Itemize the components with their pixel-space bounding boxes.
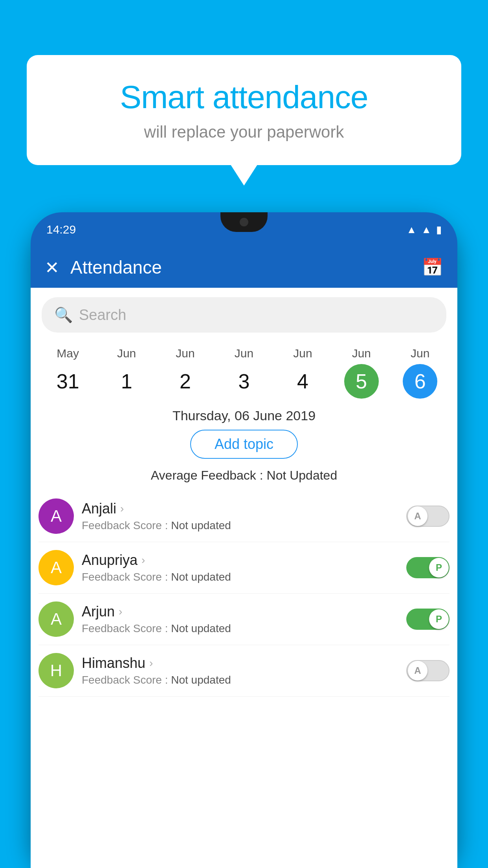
phone-frame: 14:29 ▲ ▲ ▮ ✕ Attendance 📅 🔍 Search May … bbox=[31, 212, 457, 868]
student-item: H Himanshu › Feedback Score : Not update… bbox=[39, 645, 449, 697]
speech-bubble-container: Smart attendance will replace your paper… bbox=[27, 55, 461, 165]
student-info: Anupriya › Feedback Score : Not updated bbox=[82, 552, 398, 583]
student-list: A Anjali › Feedback Score : Not updated … bbox=[31, 491, 457, 697]
search-icon: 🔍 bbox=[54, 306, 73, 324]
student-item: A Arjun › Feedback Score : Not updated P bbox=[39, 594, 449, 645]
date-item[interactable]: Jun 3 bbox=[215, 347, 273, 399]
avg-feedback-label: Average Feedback : bbox=[151, 468, 267, 482]
date-day[interactable]: 3 bbox=[227, 364, 261, 399]
chevron-right-icon: › bbox=[141, 554, 145, 566]
student-info: Himanshu › Feedback Score : Not updated bbox=[82, 655, 398, 686]
bubble-subtitle: will replace your paperwork bbox=[46, 123, 442, 142]
avg-feedback: Average Feedback : Not Updated bbox=[31, 468, 457, 483]
date-item[interactable]: Jun 1 bbox=[97, 347, 156, 399]
student-avatar: A bbox=[39, 550, 74, 585]
chevron-right-icon: › bbox=[149, 657, 153, 669]
screen-content: 🔍 Search May 31 Jun 1 Jun 2 Jun 3 Jun 4 … bbox=[31, 288, 457, 868]
date-month: Jun bbox=[293, 347, 312, 360]
student-name-row[interactable]: Himanshu › bbox=[82, 655, 398, 671]
date-month: Jun bbox=[235, 347, 253, 360]
date-day[interactable]: 2 bbox=[168, 364, 203, 399]
student-name: Himanshu bbox=[82, 655, 145, 671]
attendance-toggle[interactable]: A bbox=[406, 660, 449, 681]
feedback-score: Feedback Score : Not updated bbox=[82, 519, 398, 532]
selected-date: Thursday, 06 June 2019 bbox=[31, 408, 457, 423]
bubble-title: Smart attendance bbox=[46, 79, 442, 116]
date-month: Jun bbox=[117, 347, 136, 360]
student-name: Arjun bbox=[82, 603, 115, 620]
date-item[interactable]: Jun 2 bbox=[156, 347, 215, 399]
date-month: Jun bbox=[176, 347, 194, 360]
date-day[interactable]: 6 bbox=[403, 364, 437, 399]
close-button[interactable]: ✕ bbox=[45, 257, 59, 278]
date-day[interactable]: 1 bbox=[109, 364, 144, 399]
date-item[interactable]: May 31 bbox=[39, 347, 97, 399]
date-strip: May 31 Jun 1 Jun 2 Jun 3 Jun 4 Jun 5 Jun… bbox=[31, 340, 457, 399]
date-item[interactable]: Jun 6 bbox=[391, 347, 449, 399]
signal-icon: ▲ bbox=[421, 224, 431, 236]
chevron-right-icon: › bbox=[120, 502, 124, 515]
student-name-row[interactable]: Anupriya › bbox=[82, 552, 398, 568]
search-bar[interactable]: 🔍 Search bbox=[42, 297, 446, 333]
app-bar: ✕ Attendance 📅 bbox=[31, 247, 457, 288]
avg-feedback-value: Not Updated bbox=[267, 468, 338, 482]
calendar-icon[interactable]: 📅 bbox=[422, 257, 443, 278]
date-day[interactable]: 5 bbox=[344, 364, 379, 399]
student-info: Anjali › Feedback Score : Not updated bbox=[82, 500, 398, 532]
student-name-row[interactable]: Anjali › bbox=[82, 500, 398, 517]
student-name: Anjali bbox=[82, 500, 116, 517]
attendance-toggle[interactable]: P bbox=[406, 609, 449, 630]
date-day[interactable]: 4 bbox=[285, 364, 320, 399]
toggle-knob: A bbox=[408, 661, 427, 680]
search-input[interactable]: Search bbox=[79, 307, 126, 324]
student-avatar: A bbox=[39, 601, 74, 637]
date-month: Jun bbox=[411, 347, 429, 360]
attendance-toggle[interactable]: A bbox=[406, 506, 449, 527]
student-item: A Anupriya › Feedback Score : Not update… bbox=[39, 542, 449, 594]
student-name-row[interactable]: Arjun › bbox=[82, 603, 398, 620]
date-item[interactable]: Jun 4 bbox=[273, 347, 332, 399]
add-topic-button[interactable]: Add topic bbox=[190, 430, 298, 459]
toggle-knob: A bbox=[408, 506, 427, 526]
student-avatar: H bbox=[39, 653, 74, 688]
feedback-score: Feedback Score : Not updated bbox=[82, 571, 398, 583]
date-month: May bbox=[57, 347, 79, 360]
wifi-icon: ▲ bbox=[407, 224, 417, 236]
date-month: Jun bbox=[352, 347, 371, 360]
toggle-knob: P bbox=[429, 609, 449, 629]
feedback-score: Feedback Score : Not updated bbox=[82, 622, 398, 635]
app-bar-title: Attendance bbox=[70, 257, 411, 278]
date-day[interactable]: 31 bbox=[51, 364, 85, 399]
status-bar: 14:29 ▲ ▲ ▮ bbox=[31, 212, 457, 247]
toggle-knob: P bbox=[429, 558, 449, 577]
student-name: Anupriya bbox=[82, 552, 138, 568]
status-time: 14:29 bbox=[46, 223, 76, 236]
battery-icon: ▮ bbox=[436, 224, 442, 236]
student-item: A Anjali › Feedback Score : Not updated … bbox=[39, 491, 449, 542]
feedback-score: Feedback Score : Not updated bbox=[82, 674, 398, 686]
student-info: Arjun › Feedback Score : Not updated bbox=[82, 603, 398, 635]
attendance-toggle[interactable]: P bbox=[406, 557, 449, 578]
speech-bubble: Smart attendance will replace your paper… bbox=[27, 55, 461, 165]
camera bbox=[240, 218, 248, 226]
student-avatar: A bbox=[39, 498, 74, 534]
date-item[interactable]: Jun 5 bbox=[332, 347, 391, 399]
chevron-right-icon: › bbox=[119, 605, 122, 618]
status-icons: ▲ ▲ ▮ bbox=[407, 224, 442, 236]
notch bbox=[220, 212, 268, 232]
